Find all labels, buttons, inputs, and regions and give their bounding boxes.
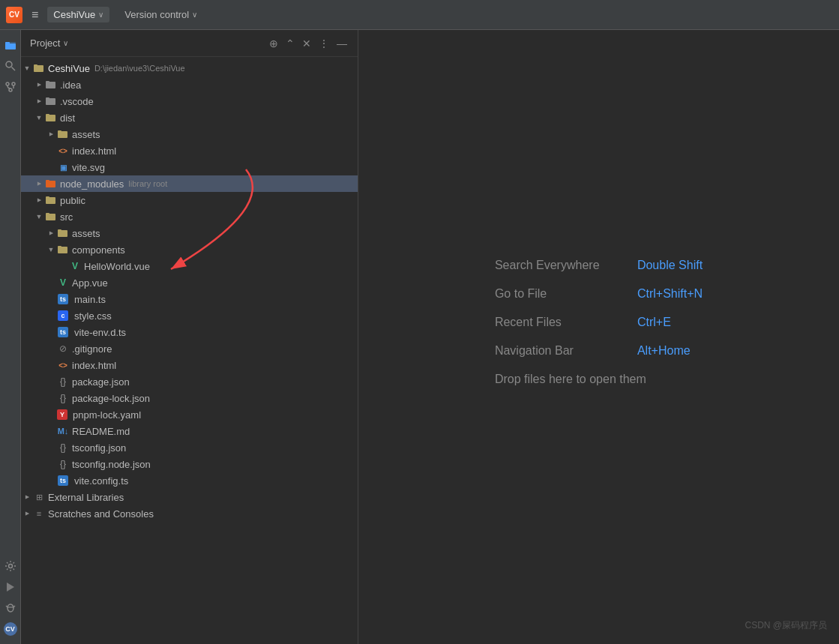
tree-item-vite-env[interactable]: ts vite-env.d.ts [21,324,358,340]
left-icon-search[interactable] [1,57,19,75]
tree-root[interactable]: ▼ CeshiVue D:\jiedan\vue3\CeshiVue [21,60,358,76]
minimize-panel-icon[interactable]: — [335,36,349,51]
svg-point-9 [8,565,12,568]
tree-item-dist-assets[interactable]: ▼ assets [21,126,358,142]
node-modules-arrow: ▼ [33,178,45,190]
file-tree-panel: Project ∨ ⊕ ⌃ ✕ ⋮ — ▼ [21,30,358,644]
tree-item-package-lock-json[interactable]: {} package-lock.json [21,390,358,406]
close-panel-icon[interactable]: ✕ [301,36,313,51]
src-assets-label: assets [72,228,100,239]
navigation-bar-label: Navigation Bar [495,344,630,358]
vscode-label: .vscode [60,96,94,107]
tree-item-main-ts[interactable]: ts main.ts [21,291,358,307]
readme-label: README.md [72,426,130,437]
vite-svg-icon: ▣ [57,161,69,173]
project-selector[interactable]: CeshiVue ∨ [47,7,109,22]
public-arrow: ▼ [33,194,45,206]
tree-item-vite-config[interactable]: ts vite.config.ts [21,472,358,489]
node-modules-label: node_modules [60,178,124,190]
add-content-icon[interactable]: ⊕ [268,36,280,51]
left-icon-run[interactable] [1,578,19,596]
tree-item-src-assets[interactable]: ▼ assets [21,225,358,241]
tree-panel-container: ▼ CeshiVue D:\jiedan\vue3\CeshiVue ▼ [21,57,358,644]
svg-rect-18 [46,81,49,83]
panel-header: Project ∨ ⊕ ⌃ ✕ ⋮ — [21,30,358,57]
tree-item-package-json[interactable]: {} package.json [21,373,358,390]
tree-item-vite-svg[interactable]: ▣ vite.svg [21,159,358,175]
tree-item-helloworld[interactable]: V HelloWorld.vue [21,258,358,274]
titlebar: CV ≡ CeshiVue ∨ Version control ∨ [0,0,839,30]
svg-rect-16 [34,64,37,67]
version-control-label: Version control [124,9,189,20]
ext-libs-label: External Libraries [48,492,124,503]
panel-title: Project ∨ [30,37,68,49]
tree-item-dist[interactable]: ▼ dist [21,109,358,126]
left-icon-user[interactable]: CV [1,620,19,638]
more-options-icon[interactable]: ⋮ [317,36,331,51]
dist-assets-folder-icon [57,128,69,140]
app-vue-label: App.vue [72,277,108,289]
recent-files-label: Recent Files [495,316,630,329]
tree-item-components[interactable]: ▼ components [21,241,358,258]
tree-item-vscode[interactable]: ▼ .vscode [21,93,358,109]
svg-rect-24 [58,130,61,133]
tree-item-app-vue[interactable]: V App.vue [21,274,358,291]
file-tree[interactable]: ▼ CeshiVue D:\jiedan\vue3\CeshiVue ▼ [21,57,358,644]
tree-item-node-modules[interactable]: ▼ node_modules library root [21,175,358,192]
tree-item-public[interactable]: ▼ public [21,192,358,208]
components-arrow: ▼ [45,244,57,256]
svg-rect-28 [46,196,49,199]
root-arrow: ▼ [21,62,33,74]
dist-assets-label: assets [72,129,100,140]
pnpm-lock-icon: Y [57,409,67,420]
pnpm-lock-label: pnpm-lock.yaml [73,409,141,421]
idea-arrow: ▼ [33,79,45,91]
tree-item-dist-index-html[interactable]: <> index.html [21,142,358,159]
version-control-menu[interactable]: Version control ∨ [118,7,203,22]
svg-line-13 [6,606,7,607]
tree-item-style-css[interactable]: c style.css [21,307,358,324]
helloworld-label: HelloWorld.vue [84,261,150,272]
shortcut-drop-files: Drop files here to open them [495,373,703,386]
tree-item-idea[interactable]: ▼ .idea [21,76,358,93]
left-icon-git[interactable] [1,78,19,96]
collapse-all-icon[interactable]: ⌃ [284,36,296,51]
app-vue-icon: V [57,277,69,289]
svg-rect-20 [46,97,49,100]
search-everywhere-key: Double Shift [637,259,703,272]
tsconfig-node-json-label: tsconfig.node.json [72,459,151,470]
ext-libs-arrow: ▼ [21,491,33,503]
tree-item-tsconfig-json[interactable]: {} tsconfig.json [21,439,358,456]
helloworld-vue-icon: V [69,260,81,272]
tree-item-pnpm-lock[interactable]: Y pnpm-lock.yaml [21,406,358,423]
src-folder-icon [45,211,57,223]
dist-index-html-icon: <> [57,145,69,157]
menu-icon[interactable]: ≡ [31,8,38,22]
tree-item-src[interactable]: ▼ src [21,208,358,225]
tree-item-tsconfig-node-json[interactable]: {} tsconfig.node.json [21,456,358,472]
left-sidebar-icons: CV [0,30,21,644]
project-arrow-icon: ∨ [98,10,103,19]
vite-svg-label: vite.svg [72,162,105,173]
tsconfig-json-label: tsconfig.json [72,442,126,454]
left-icon-settings[interactable] [1,557,19,575]
src-assets-folder-icon [57,227,69,239]
tree-item-readme[interactable]: M↓ README.md [21,423,358,439]
left-icon-debug[interactable] [1,599,19,617]
main-ts-label: main.ts [74,294,106,305]
tree-item-external-libs[interactable]: ▼ ⊞ External Libraries [21,489,358,505]
root-folder-icon [33,62,45,74]
tree-item-scratches[interactable]: ▼ ≡ Scratches and Consoles [21,505,358,522]
idea-label: .idea [60,79,81,91]
components-label: components [72,244,125,256]
svg-point-5 [6,82,9,85]
tree-item-index-html[interactable]: <> index.html [21,357,358,373]
tree-item-gitignore[interactable]: ⊘ .gitignore [21,340,358,357]
components-folder-icon [57,244,69,256]
idea-folder-icon [45,79,57,91]
left-icon-folder[interactable] [1,36,19,54]
panel-title-label: Project [30,37,60,49]
watermark: CSDN @屎码程序员 [745,619,827,632]
gitignore-icon: ⊘ [57,343,69,355]
dist-folder-icon [45,112,57,124]
